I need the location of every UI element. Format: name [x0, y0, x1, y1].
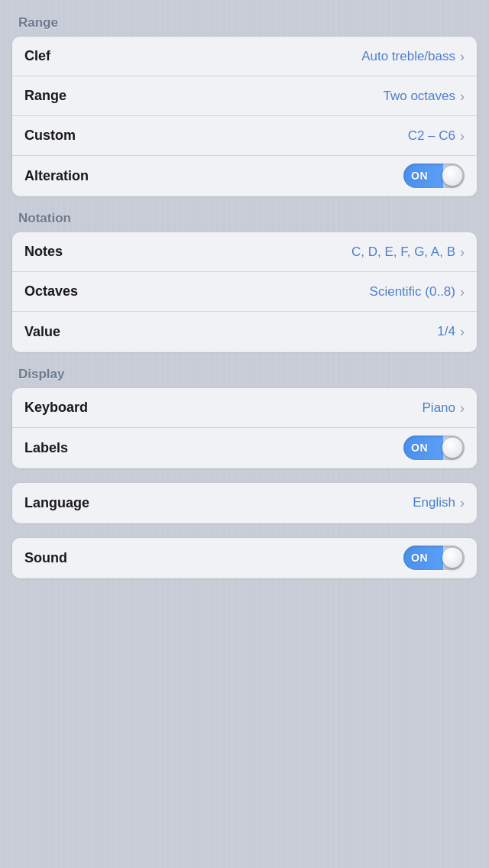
octaves-label: Octaves [24, 283, 78, 300]
sound-label: Sound [24, 550, 67, 566]
value-value: 1/4 [437, 324, 455, 339]
language-card: Language English › [12, 483, 477, 523]
range-section-header: Range [18, 15, 471, 31]
section-range: Range Clef Auto treble/bass › Range Two … [12, 15, 477, 196]
alteration-label: Alteration [24, 168, 89, 184]
notes-row[interactable]: Notes C, D, E, F, G, A, B › [12, 232, 477, 272]
clef-value-wrap: Auto treble/bass › [361, 49, 465, 64]
value-value-wrap: 1/4 › [437, 324, 465, 339]
octaves-value: Scientific (0..8) [370, 284, 455, 300]
language-chevron-icon: › [460, 496, 465, 510]
value-row[interactable]: Value 1/4 › [12, 312, 477, 351]
sound-toggle[interactable]: ON [403, 546, 465, 570]
octaves-row[interactable]: Octaves Scientific (0..8) › [12, 272, 477, 312]
alteration-toggle-label: ON [411, 170, 428, 182]
notes-value-wrap: C, D, E, F, G, A, B › [351, 245, 465, 260]
notes-value: C, D, E, F, G, A, B [351, 245, 455, 260]
language-value: English [413, 495, 455, 510]
labels-toggle[interactable]: ON [403, 436, 465, 460]
language-label: Language [24, 495, 89, 511]
section-notation: Notation Notes C, D, E, F, G, A, B › Oct… [12, 211, 477, 351]
range-label: Range [24, 88, 66, 104]
labels-row[interactable]: Labels ON [12, 428, 477, 468]
clef-row[interactable]: Clef Auto treble/bass › [12, 37, 477, 76]
alteration-toggle[interactable]: ON [403, 164, 465, 188]
custom-value: C2 – C6 [408, 128, 455, 144]
keyboard-label: Keyboard [24, 400, 88, 416]
value-chevron-icon: › [460, 325, 465, 338]
clef-label: Clef [24, 48, 50, 64]
labels-label: Labels [24, 440, 68, 456]
sound-card: Sound ON [12, 538, 477, 578]
keyboard-chevron-icon: › [460, 401, 465, 415]
alteration-toggle-thumb [442, 166, 462, 186]
labels-toggle-thumb [442, 438, 462, 458]
notation-card: Notes C, D, E, F, G, A, B › Octaves Scie… [12, 232, 477, 351]
language-value-wrap: English › [413, 495, 465, 510]
notes-chevron-icon: › [460, 245, 465, 259]
custom-value-wrap: C2 – C6 › [408, 128, 465, 144]
keyboard-value-wrap: Piano › [423, 400, 465, 416]
range-value-wrap: Two octaves › [384, 89, 465, 104]
range-row[interactable]: Range Two octaves › [12, 76, 477, 116]
custom-row[interactable]: Custom C2 – C6 › [12, 116, 477, 156]
sound-toggle-label: ON [411, 552, 428, 564]
section-display: Display Keyboard Piano › Labels ON [12, 367, 477, 468]
keyboard-row[interactable]: Keyboard Piano › [12, 388, 477, 428]
display-card: Keyboard Piano › Labels ON [12, 388, 477, 468]
labels-toggle-label: ON [411, 442, 428, 454]
octaves-value-wrap: Scientific (0..8) › [370, 284, 465, 300]
range-card: Clef Auto treble/bass › Range Two octave… [12, 37, 477, 196]
keyboard-value: Piano [423, 400, 455, 416]
range-value: Two octaves [384, 89, 456, 104]
range-chevron-icon: › [460, 89, 465, 103]
sound-toggle-thumb [442, 548, 462, 568]
alteration-row[interactable]: Alteration ON [12, 156, 477, 196]
custom-chevron-icon: › [460, 129, 465, 143]
language-row[interactable]: Language English › [12, 483, 477, 523]
value-label: Value [24, 324, 60, 340]
notes-label: Notes [24, 244, 63, 260]
clef-value: Auto treble/bass [361, 49, 455, 64]
sound-row[interactable]: Sound ON [12, 538, 477, 578]
notation-section-header: Notation [18, 211, 471, 226]
display-section-header: Display [18, 367, 471, 382]
custom-label: Custom [24, 128, 76, 144]
octaves-chevron-icon: › [460, 285, 465, 299]
clef-chevron-icon: › [460, 50, 465, 63]
